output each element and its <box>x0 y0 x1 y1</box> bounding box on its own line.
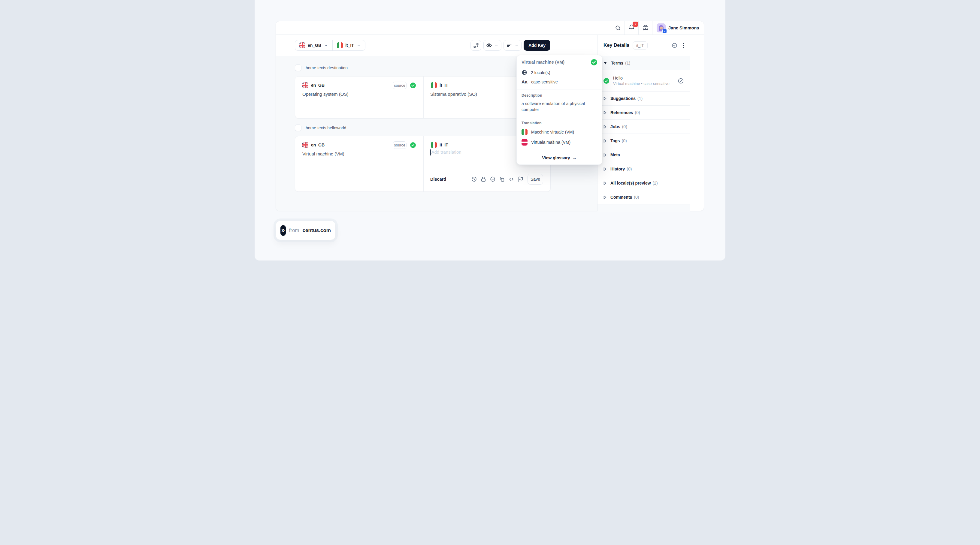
approved-check-icon <box>410 142 416 148</box>
uk-flag-icon <box>302 142 309 148</box>
view-glossary-label: View glossary <box>542 156 570 160</box>
integrations-button[interactable] <box>471 40 481 51</box>
target-locale-selector[interactable]: it_IT <box>332 40 365 51</box>
glossary-term-popup: Virtual machine (VM) 2 locale(s) Aa case… <box>516 55 602 165</box>
add-key-button[interactable]: Add Key <box>523 40 550 51</box>
source-badge: source <box>393 141 407 149</box>
toolbar-actions: Add Key <box>471 40 550 51</box>
save-button[interactable]: Save <box>528 174 543 184</box>
uk-flag-icon <box>302 82 309 88</box>
term-main: Hello Virtual machine • case-sensative <box>613 76 670 86</box>
card-divider <box>423 136 424 191</box>
locale-badge: it_IT <box>633 41 648 49</box>
filter-lines-icon <box>506 42 512 48</box>
notifications-button[interactable]: 2 <box>625 21 638 35</box>
chevron-down-icon <box>494 43 499 48</box>
section-meta[interactable]: Meta <box>598 148 690 162</box>
locale-pair-selector: en_GB it_IT <box>295 40 365 51</box>
copy-icon[interactable] <box>499 176 505 182</box>
source-locale-code: en_GB <box>308 43 321 48</box>
italy-flag-icon <box>431 142 437 148</box>
avatar: » <box>657 24 666 32</box>
translation-row: Macchine virtuale (VM) <box>522 129 597 135</box>
key-checkbox[interactable] <box>295 65 301 71</box>
minus-circle-icon[interactable] <box>490 176 496 182</box>
approved-check-icon <box>410 83 416 88</box>
description-text: a software emulation of a physical compu… <box>522 100 597 113</box>
key-checkbox[interactable] <box>295 124 301 131</box>
view-visibility-button[interactable] <box>484 40 501 51</box>
filter-button[interactable] <box>504 40 522 51</box>
route-icon <box>473 43 479 48</box>
translation-input[interactable]: Add translation <box>430 149 461 156</box>
history-icon[interactable] <box>471 176 477 182</box>
sidebar-footer-strip <box>598 204 690 211</box>
target-text[interactable]: Sistema operativo (SO) <box>430 92 477 97</box>
source-locale-selector[interactable]: en_GB <box>295 40 332 51</box>
italy-flag-icon <box>431 82 437 88</box>
section-history[interactable]: History (0) <box>598 162 690 176</box>
source-cell-header: en_GB <box>302 142 325 148</box>
translation-label: Translation <box>522 121 597 125</box>
chevron-down-icon <box>514 43 519 48</box>
triangle-right-icon <box>603 167 606 171</box>
lock-icon[interactable] <box>480 176 487 182</box>
section-terms[interactable]: Terms (1) <box>598 56 690 70</box>
section-comments[interactable]: Comments (0) <box>598 190 690 204</box>
key-details-actions <box>671 43 684 48</box>
locales-row: 2 locale(s) <box>522 70 597 75</box>
target-cell-header: it_IT <box>431 82 448 88</box>
debug-button[interactable] <box>638 21 652 35</box>
flag-icon[interactable] <box>518 176 523 182</box>
italy-flag-icon <box>337 42 343 48</box>
avatar-brand-badge: » <box>662 29 667 33</box>
source-text[interactable]: Virtual machine (VM) <box>302 151 344 156</box>
triangle-down-icon <box>603 62 607 65</box>
section-tags[interactable]: Tags (0) <box>598 134 690 148</box>
main-panel: 2 » Jane Simmons <box>275 21 704 211</box>
chevron-down-icon <box>356 43 361 48</box>
badge-brand: centus.com <box>303 227 331 234</box>
chevron-down-icon <box>324 43 328 48</box>
term-row[interactable]: Hello Virtual machine • case-sensative <box>598 70 690 92</box>
centus-attribution-badge[interactable]: » from centus.com <box>275 221 336 240</box>
term-approved-icon <box>591 59 597 65</box>
key-row: home.texts.helloworld <box>295 124 346 131</box>
app-screen: 2 » Jane Simmons <box>255 0 725 261</box>
user-menu[interactable]: » Jane Simmons <box>652 21 704 35</box>
section-suggestions[interactable]: Suggestions (1) <box>598 92 690 106</box>
code-icon[interactable] <box>508 176 514 182</box>
uk-flag-icon <box>299 42 305 48</box>
triangle-right-icon <box>603 195 606 199</box>
target-locale-label: it_IT <box>439 143 448 147</box>
section-jobs[interactable]: Jobs (0) <box>598 120 690 134</box>
translation-row: Virtuālā mašīna (VM) <box>522 139 597 146</box>
translation-text: Macchine virtuale (VM) <box>531 130 574 135</box>
source-locale-label: en_GB <box>311 143 325 147</box>
section-label: Terms <box>611 60 623 65</box>
source-cell-header: en_GB <box>302 82 325 88</box>
source-text[interactable]: Operating system (OS) <box>302 92 348 97</box>
key-name: home.texts.helloworld <box>305 126 346 130</box>
check-circle-icon[interactable] <box>678 78 684 84</box>
case-sensitive-icon: Aa <box>522 79 528 84</box>
check-circle-icon[interactable] <box>671 43 677 48</box>
editor-icon-buttons <box>471 176 523 182</box>
arrow-right-icon: → <box>572 155 577 160</box>
triangle-right-icon <box>603 97 606 100</box>
text-cursor <box>430 149 431 156</box>
target-locale-code: it_IT <box>345 43 354 48</box>
search-button[interactable] <box>611 21 625 35</box>
view-glossary-link[interactable]: View glossary → <box>517 151 602 164</box>
kebab-menu-icon[interactable] <box>683 43 684 48</box>
section-references[interactable]: References (0) <box>598 106 690 120</box>
term-name: Virtual machine (VM) <box>522 59 565 65</box>
triangle-right-icon <box>603 111 606 114</box>
globe-icon <box>522 70 527 75</box>
discard-button[interactable]: Discard <box>430 177 446 181</box>
source-locale-label: en_GB <box>311 83 325 87</box>
key-details-header: Key Details it_IT <box>598 35 690 56</box>
case-row: Aa case-sensitive <box>522 79 597 84</box>
term-title: Hello <box>613 76 670 80</box>
section-all-locales-preview[interactable]: All locale(s) preview (2) <box>598 176 690 190</box>
